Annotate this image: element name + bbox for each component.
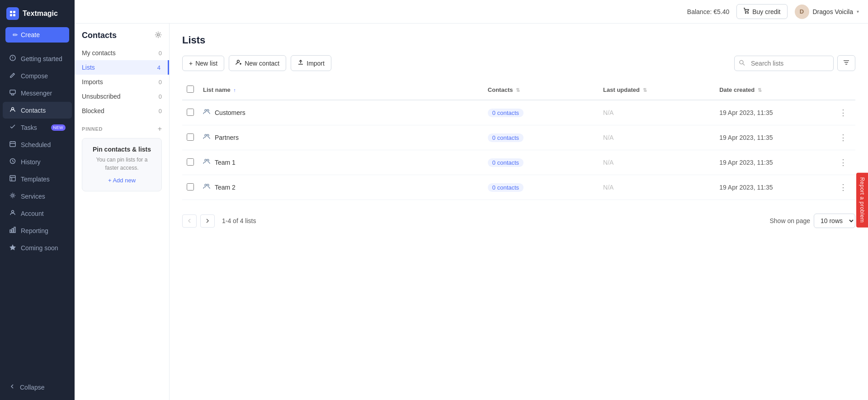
lists-toolbar: + New list New contact Import — [182, 55, 855, 71]
top-header: Balance: €5.40 Buy credit D Dragos Voici… — [75, 0, 868, 24]
list-name[interactable]: Team 2 — [215, 184, 236, 191]
new-list-button[interactable]: + New list — [182, 56, 224, 71]
compose-icon — [9, 72, 16, 80]
row-checkbox[interactable] — [187, 158, 194, 166]
sidebar-item-templates[interactable]: Templates — [3, 171, 72, 187]
create-button[interactable]: ✏ Create — [5, 27, 69, 43]
sidebar-item-reporting[interactable]: Reporting — [3, 222, 72, 239]
collapse-button[interactable]: Collapse — [3, 379, 72, 395]
contact-nav-my-contacts[interactable]: My contacts 0 — [75, 46, 169, 60]
svg-point-37 — [207, 134, 209, 136]
svg-marker-24 — [9, 244, 16, 250]
person-add-icon — [236, 59, 242, 67]
rows-per-page-select[interactable]: 10 rows 25 rows 50 rows — [814, 214, 855, 228]
table-row: Team 1 0 contacts N/A 19 Apr 2023, 11:35… — [182, 150, 855, 175]
pinned-section: PINNED + Pin contacts & lists You can pi… — [75, 125, 169, 191]
pinned-add-button[interactable]: + — [158, 125, 162, 133]
list-name[interactable]: Team 1 — [215, 159, 236, 166]
import-button[interactable]: Import — [291, 55, 331, 71]
date-created: 19 Apr 2023, 11:35 — [719, 184, 773, 191]
select-all-checkbox[interactable] — [187, 86, 194, 93]
chevron-down-icon: ▾ — [857, 9, 859, 14]
contacts-count: 0 contacts — [488, 183, 524, 192]
svg-point-27 — [157, 33, 160, 36]
col-header-last-updated[interactable]: Last updated ⇅ — [599, 80, 715, 100]
coming-soon-icon — [9, 244, 16, 252]
svg-point-40 — [205, 184, 207, 186]
upload-icon — [297, 59, 304, 67]
contacts-count: 0 contacts — [488, 158, 524, 167]
sidebar-item-contacts[interactable]: Contacts — [3, 102, 72, 119]
row-more-button[interactable]: ⋮ — [835, 156, 851, 169]
account-icon — [9, 210, 16, 217]
col-header-list-name[interactable]: List name ↑ — [198, 80, 483, 100]
svg-point-19 — [12, 195, 14, 196]
contact-nav-unsubscribed[interactable]: Unsubscribed 0 — [75, 89, 169, 104]
row-checkbox[interactable] — [187, 183, 194, 190]
contacts-panel-title: Contacts — [82, 31, 117, 40]
page-nav: 1-4 of 4 lists — [182, 214, 259, 228]
user-avatar: D — [795, 5, 809, 19]
getting-started-icon — [9, 55, 16, 62]
table-row: Partners 0 contacts N/A 19 Apr 2023, 11:… — [182, 125, 855, 150]
svg-point-6 — [12, 59, 13, 60]
buy-credit-button[interactable]: Buy credit — [736, 4, 787, 19]
svg-point-41 — [207, 184, 209, 186]
messenger-icon — [9, 89, 16, 97]
sidebar-item-history[interactable]: History — [3, 153, 72, 170]
last-updated: N/A — [603, 159, 613, 166]
row-more-button[interactable]: ⋮ — [835, 106, 851, 119]
settings-icon[interactable] — [155, 31, 162, 40]
add-new-pin-link[interactable]: + Add new — [108, 177, 136, 184]
sort-up-icon: ↑ — [233, 87, 236, 93]
sidebar: Textmagic ✏ Create Getting started Compo… — [0, 0, 75, 400]
contact-nav-lists[interactable]: Lists 4 — [75, 60, 169, 75]
filter-button[interactable] — [837, 55, 855, 71]
date-created: 19 Apr 2023, 11:35 — [719, 159, 773, 166]
contact-nav-imports[interactable]: Imports 0 — [75, 75, 169, 89]
prev-page-button[interactable] — [182, 214, 197, 228]
list-name[interactable]: Partners — [215, 134, 239, 141]
sidebar-item-tasks[interactable]: Tasks NEW — [3, 119, 72, 136]
sidebar-item-getting-started[interactable]: Getting started — [3, 50, 72, 67]
col-header-date-created[interactable]: Date created ⇅ — [715, 80, 831, 100]
collapse-icon — [9, 383, 15, 391]
row-checkbox[interactable] — [187, 133, 194, 141]
svg-rect-22 — [12, 229, 14, 233]
show-on-page: Show on page 10 rows 25 rows 50 rows — [769, 214, 855, 228]
report-problem-button[interactable]: Report a problem — [856, 173, 868, 228]
list-name[interactable]: Customers — [215, 109, 245, 116]
sidebar-item-account[interactable]: Account — [3, 205, 72, 222]
sidebar-item-coming-soon[interactable]: Coming soon — [3, 239, 72, 256]
sidebar-bottom: Collapse — [0, 374, 75, 400]
last-updated: N/A — [603, 134, 613, 141]
last-updated: N/A — [603, 184, 613, 191]
reporting-icon — [9, 227, 16, 234]
table-row: Customers 0 contacts N/A 19 Apr 2023, 11… — [182, 100, 855, 125]
lists-table: List name ↑ Contacts ⇅ Last updated ⇅ — [182, 80, 855, 200]
svg-point-20 — [12, 210, 14, 213]
user-menu[interactable]: D Dragos Voicila ▾ — [795, 5, 859, 19]
row-checkbox[interactable] — [187, 109, 194, 116]
list-group-icon — [203, 183, 210, 192]
row-more-button[interactable]: ⋮ — [835, 131, 851, 144]
sidebar-item-compose[interactable]: Compose — [3, 67, 72, 84]
new-contact-button[interactable]: New contact — [229, 55, 286, 71]
row-more-button[interactable]: ⋮ — [835, 181, 851, 194]
logo-icon — [6, 7, 19, 20]
table-row: Team 2 0 contacts N/A 19 Apr 2023, 11:35… — [182, 175, 855, 200]
sidebar-item-messenger[interactable]: Messenger — [3, 85, 72, 101]
logo[interactable]: Textmagic — [0, 0, 75, 27]
search-input[interactable] — [734, 56, 834, 71]
sidebar-item-scheduled[interactable]: Scheduled — [3, 136, 72, 153]
svg-line-7 — [14, 73, 14, 74]
contact-nav-blocked[interactable]: Blocked 0 — [75, 104, 169, 118]
contacts-icon — [9, 106, 16, 114]
history-icon — [9, 158, 16, 166]
svg-point-28 — [237, 60, 240, 62]
col-header-contacts[interactable]: Contacts ⇅ — [483, 80, 599, 100]
sidebar-item-services[interactable]: Services — [3, 188, 72, 205]
tasks-icon — [9, 124, 16, 131]
next-page-button[interactable] — [200, 214, 215, 228]
pin-card: Pin contacts & lists You can pin lists f… — [82, 138, 162, 191]
